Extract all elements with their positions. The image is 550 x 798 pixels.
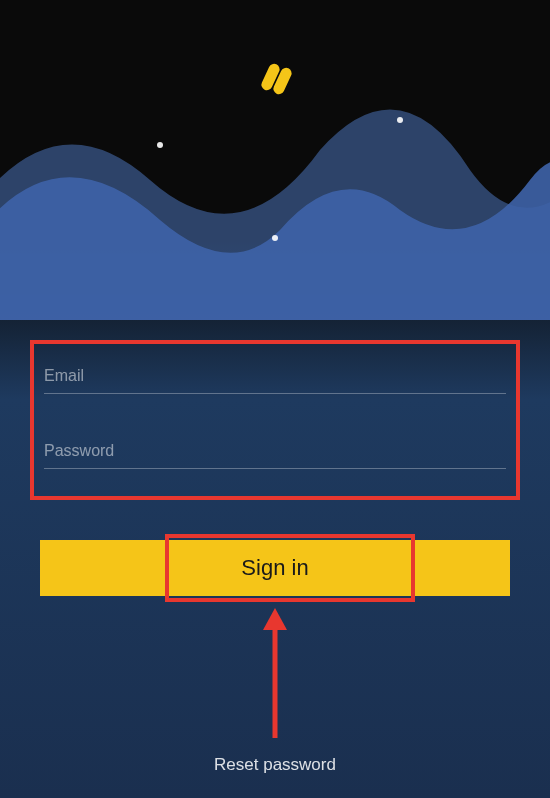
arrow-up-icon <box>260 608 290 738</box>
signin-button[interactable]: Sign in <box>40 540 510 596</box>
password-field[interactable] <box>44 434 506 469</box>
svg-point-1 <box>272 235 278 241</box>
email-input-group <box>44 359 506 394</box>
app-logo <box>251 55 299 107</box>
svg-point-2 <box>397 117 403 123</box>
svg-marker-6 <box>263 608 287 630</box>
svg-point-0 <box>157 142 163 148</box>
reset-password-link[interactable]: Reset password <box>214 755 336 775</box>
annotation-arrow <box>260 608 290 738</box>
email-field[interactable] <box>44 359 506 394</box>
login-form-highlight-box <box>30 340 520 500</box>
app-logo-icon <box>251 55 299 103</box>
wave-graphic-icon <box>0 0 550 320</box>
password-input-group <box>44 434 506 469</box>
decorative-wave-background <box>0 0 550 300</box>
signin-button-container: Sign in <box>40 540 510 596</box>
